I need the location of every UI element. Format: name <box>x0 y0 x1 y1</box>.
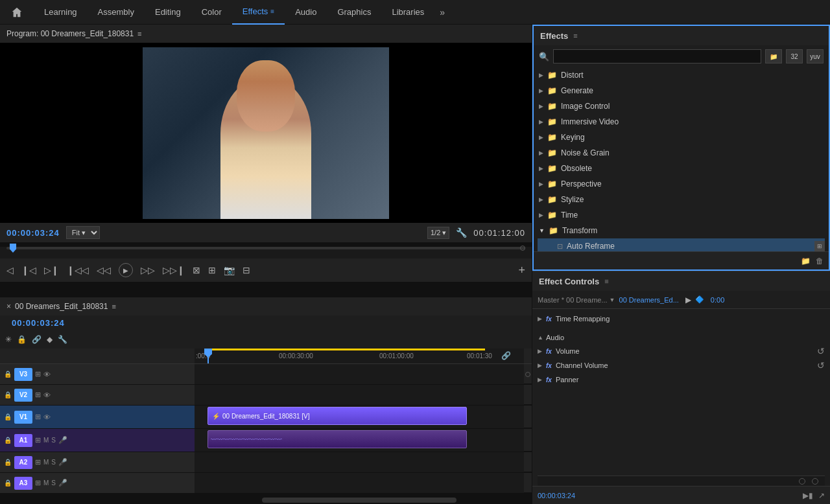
tool-ripple[interactable]: ✳ <box>5 335 12 344</box>
timeline-timecode[interactable]: 00:00:03:24 <box>5 315 71 330</box>
mic-icon-a1[interactable]: 🎤 <box>58 436 67 444</box>
eye-icon-v2[interactable]: 👁 <box>43 391 51 399</box>
lock-v2[interactable]: 🔒 <box>4 391 12 398</box>
lock-v3[interactable]: 🔒 <box>4 371 12 378</box>
insert-button[interactable]: ⊟ <box>243 265 250 275</box>
settings-icon[interactable]: 🔧 <box>456 227 467 238</box>
effect-auto-reframe[interactable]: ⊡ Auto Reframe ⊞ <box>538 238 825 251</box>
resolution-dropdown[interactable]: 1/2 ▾ <box>427 227 449 239</box>
playhead-indicator[interactable] <box>10 244 16 253</box>
ec-channel-volume-header[interactable]: ▶ fx Channel Volume ↺ <box>538 358 825 372</box>
tool-wrench[interactable]: 🔧 <box>58 335 67 344</box>
effects-32-btn[interactable]: 32 <box>786 49 803 63</box>
program-monitor-menu[interactable]: ≡ <box>137 30 141 38</box>
lock-a3[interactable]: 🔒 <box>4 479 12 487</box>
category-distort[interactable]: ▶ 📁 Distort <box>538 67 825 83</box>
nav-item-effects[interactable]: Effects ≡ <box>232 0 285 25</box>
effects-bottom-trash-icon[interactable]: 🗑 <box>816 257 824 266</box>
nav-item-editing[interactable]: Editing <box>145 0 191 25</box>
step-back-button[interactable]: ❙◁ <box>21 265 36 275</box>
camera-icon-v2[interactable]: ⊞ <box>35 391 41 399</box>
go-to-in-button[interactable]: ❙◁◁ <box>67 265 89 275</box>
nav-item-graphics[interactable]: Graphics <box>327 0 381 25</box>
lock-v1[interactable]: 🔒 <box>4 413 12 420</box>
category-immersive[interactable]: ▶ 📁 Immersive Video <box>538 114 825 130</box>
solo-a1[interactable]: S <box>51 437 56 444</box>
ec-bottom-timecode[interactable]: 00:00:03:24 <box>538 492 575 499</box>
current-timecode[interactable]: 00:00:03:24 <box>6 228 60 238</box>
track-content-v2[interactable] <box>195 385 524 406</box>
mute-a3[interactable]: M <box>43 479 49 487</box>
effect-controls-menu[interactable]: ≡ <box>604 277 608 285</box>
shuttle-right-button[interactable]: ⊞ <box>208 265 216 275</box>
mute-a1[interactable]: M <box>43 437 49 444</box>
nav-item-learning[interactable]: Learning <box>34 0 88 25</box>
timeline-horizontal-scrollbar[interactable] <box>0 494 532 504</box>
nav-more-button[interactable]: » <box>434 7 450 17</box>
ec-volume-header[interactable]: ▶ fx Volume ↺ <box>538 344 825 358</box>
category-image-control[interactable]: ▶ 📁 Image Control <box>538 98 825 114</box>
link-icon[interactable]: 🔗 <box>501 351 511 360</box>
scrollbar-track[interactable] <box>262 498 456 503</box>
mark-in-button[interactable]: ◁ <box>6 265 14 275</box>
home-button[interactable] <box>6 2 27 23</box>
eye-icon-v1[interactable]: 👁 <box>43 413 51 421</box>
mic-icon-a3[interactable]: 🎤 <box>58 479 67 487</box>
reset-channel-volume[interactable]: ↺ <box>817 360 825 371</box>
master-source-dropdown[interactable]: Master * 00 Dreame... ▼ <box>538 296 615 304</box>
mic-icon-a2[interactable]: 🎤 <box>58 458 67 466</box>
ec-export-icon[interactable]: ↗ <box>818 491 825 500</box>
video-clip-v1[interactable]: ⚡ 00 Dreamers_Edit_180831 [V] <box>208 407 467 425</box>
tool-link[interactable]: 🔗 <box>32 335 42 344</box>
effects-yuv-btn[interactable]: yuv <box>807 49 824 63</box>
nav-item-audio[interactable]: Audio <box>285 0 327 25</box>
track-content-v1[interactable]: ⚡ 00 Dreamers_Edit_180831 [V] <box>195 406 524 429</box>
go-to-out-button[interactable]: ▷▷❙ <box>163 265 185 275</box>
category-transform[interactable]: ▼ 📁 Transform <box>538 223 825 238</box>
ec-play-stop-icon[interactable]: ▶▮ <box>803 491 813 500</box>
track-content-a2[interactable] <box>195 452 524 473</box>
tool-marker[interactable]: ◆ <box>47 335 53 344</box>
nav-item-color[interactable]: Color <box>191 0 232 25</box>
playhead-track[interactable] <box>6 247 525 249</box>
track-content-a3[interactable] <box>195 473 524 494</box>
eye-icon-v3[interactable]: 👁 <box>43 371 51 378</box>
camera-icon-a2[interactable]: ⊞ <box>35 458 41 466</box>
timeline-playhead[interactable] <box>208 349 209 363</box>
category-noise[interactable]: ▶ 📁 Noise & Grain <box>538 145 825 161</box>
camera-icon-v1[interactable]: ⊞ <box>35 413 41 421</box>
mute-a2[interactable]: M <box>43 459 49 466</box>
category-generate[interactable]: ▶ 📁 Generate <box>538 83 825 98</box>
lock-a2[interactable]: 🔒 <box>4 459 12 466</box>
add-button[interactable]: + <box>518 264 525 277</box>
category-stylize[interactable]: ▶ 📁 Stylize <box>538 192 825 207</box>
category-obsolete[interactable]: ▶ 📁 Obsolete <box>538 161 825 176</box>
track-content-a1[interactable]: 〰〰〰〰〰〰〰〰〰〰〰 <box>195 429 524 452</box>
ec-time-remapping-header[interactable]: ▶ fx Time Remapping <box>538 312 825 326</box>
play-button[interactable]: ▶ <box>119 263 133 277</box>
export-frame-button[interactable]: 📷 <box>224 265 235 275</box>
lock-a1[interactable]: 🔒 <box>4 437 12 444</box>
effects-folder-btn[interactable]: 📁 <box>765 49 782 63</box>
playhead-bar[interactable] <box>0 247 532 258</box>
ec-play-button[interactable]: ▶ <box>685 295 691 304</box>
camera-icon-v3[interactable]: ⊞ <box>35 370 41 378</box>
effects-search-input[interactable] <box>553 49 761 63</box>
effects-panel-menu[interactable]: ≡ <box>573 32 577 40</box>
shuttle-left-button[interactable]: ⊠ <box>193 265 200 275</box>
solo-a3[interactable]: S <box>51 479 56 487</box>
nav-item-libraries[interactable]: Libraries <box>381 0 434 25</box>
nav-item-assembly[interactable]: Assembly <box>88 0 145 25</box>
camera-icon-a3[interactable]: ⊞ <box>35 479 41 487</box>
solo-a2[interactable]: S <box>51 459 56 466</box>
category-keying[interactable]: ▶ 📁 Keying <box>538 130 825 145</box>
ec-panner-header[interactable]: ▶ fx Panner <box>538 372 825 387</box>
tool-lock[interactable]: 🔒 <box>17 335 27 344</box>
timeline-close-button[interactable]: × <box>6 302 11 311</box>
fit-dropdown[interactable]: Fit ▾ <box>66 226 100 239</box>
forward-button[interactable]: ▷▷ <box>141 265 155 275</box>
reset-volume[interactable]: ↺ <box>817 346 825 356</box>
timeline-menu-icon[interactable]: ≡ <box>112 303 115 310</box>
category-time[interactable]: ▶ 📁 Time <box>538 207 825 223</box>
back-button[interactable]: ◁◁ <box>97 265 111 275</box>
